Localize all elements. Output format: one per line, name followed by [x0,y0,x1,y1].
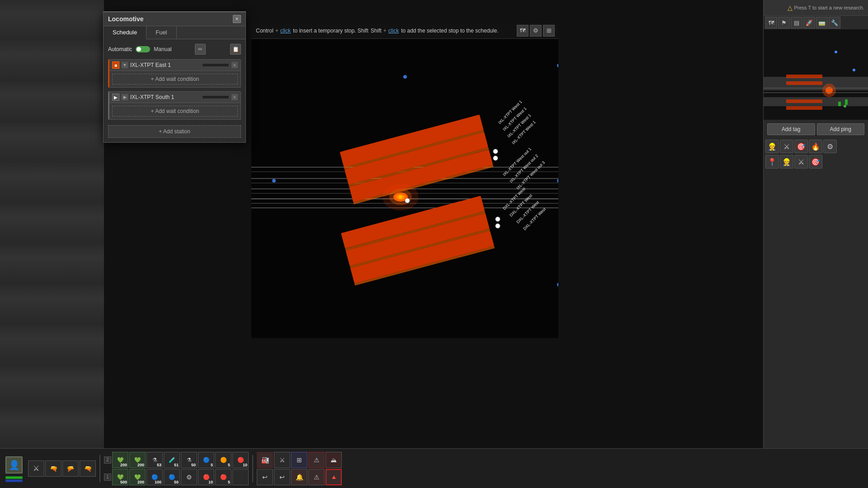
slot-2-5-count: 50 [191,463,196,467]
svg-point-37 [495,217,500,221]
hotbar-slot-2-7[interactable]: 🟠 5 [215,452,231,468]
action-slot-3[interactable]: ⊞ [291,452,307,468]
mode-toggle[interactable] [136,46,150,52]
hotbar-slot-2-8[interactable]: 🔴 10 [232,452,249,468]
svg-rect-62 [838,102,841,106]
map-controls: 🗺 ⚑ ▤ 🚀 🚃 🔧 [764,16,868,29]
character-portrait: 👤 [5,456,23,474]
right-panel: △ Press T to start a new research. 🗺 ⚑ ▤… [763,0,868,488]
minimap[interactable] [764,29,868,120]
rocket-icon[interactable]: 🚀 [803,17,815,28]
add-ping-button[interactable]: Add ping [817,123,865,135]
slot-2-4-count: 51 [174,463,179,467]
hotbar-slot-2-3[interactable]: ⚗ 53 [146,452,163,468]
add-station-button[interactable]: + Add station [108,125,241,138]
char-icon-5[interactable]: ⚙ [823,140,837,153]
hotbar-slot-1-2[interactable]: 💚 200 [129,469,146,485]
redo-slot[interactable]: ↩ [274,469,290,485]
slot-1-4-count: 50 [174,480,179,484]
train-icon[interactable]: 🚃 [816,17,828,28]
hotbar-actions: 🏭 ⚔ ⊞ ⚠ ⛰ ↩ ↩ 🔔 [257,452,342,485]
hotbar-slot-1-5[interactable]: ⚙ [181,469,197,485]
map-view-icon[interactable]: 🗺 [517,25,528,37]
hotbar-slot-1-6[interactable]: 🔴 10 [198,469,214,485]
combat-slot-melee[interactable]: ⚔ [28,460,44,477]
copy-schedule-button[interactable]: 📋 [230,44,241,55]
svg-point-56 [822,84,836,97]
svg-point-60 [853,69,855,71]
filter-icon[interactable]: ▤ [791,17,802,28]
char-icons-row-2: 📍 👷 ⚔ 🎯 [764,154,868,169]
hotbar-slot-1-7[interactable]: 🔴 5 [215,469,231,485]
slot-2-2-count: 200 [137,463,144,467]
alert-slot-2[interactable]: ⚠ [308,469,325,485]
add-tag-button[interactable]: Add tag [767,123,815,135]
map-icon[interactable]: 🗺 [765,17,777,28]
info-shift: Shift [371,28,382,34]
railroad-svg: IXL-XTPT West 1 IXL-XTPT West 1 IXL-XTPT… [251,23,558,338]
slot-1-1-count: 500 [120,480,127,484]
edit-schedule-button[interactable]: ✏ [195,44,206,55]
svg-rect-53 [786,99,822,103]
combat-slot-smg[interactable]: 🔫 [62,460,79,477]
char-icon-7[interactable]: ⚔ [794,155,808,169]
char-icon-4[interactable]: 🔥 [809,140,822,153]
station-1-name: IXL-XTPT East 1 [130,62,200,68]
tab-fuel[interactable]: Fuel [146,26,176,39]
hotbar-slot-1-3[interactable]: 🔵 100 [146,469,163,485]
wrench-icon[interactable]: 🔧 [829,17,840,28]
hotbar-slot-2-5[interactable]: ⚗ 50 [181,452,197,468]
hotbar-slot-1-1[interactable]: 💚 500 [112,469,128,485]
station-2-add-wait-button[interactable]: + Add wait condition [112,106,238,117]
hotbar-slot-2-4[interactable]: 🧪 51 [164,452,180,468]
svg-point-38 [495,224,500,228]
combat-slot-pistol[interactable]: 🔫 [45,460,61,477]
hotbar-slot-2-2[interactable]: 💚 200 [129,452,146,468]
char-icon-6[interactable]: 👷 [780,155,793,169]
alert-slot-3[interactable]: 🔺 [326,469,342,485]
flag-icon[interactable]: ⚑ [778,17,790,28]
char-icon-1[interactable]: 👷 [765,140,779,153]
minimap-content [764,29,868,120]
settings-view-icon[interactable]: ⚙ [530,25,542,37]
station-2-header: ▶ ▶ IXL-XTPT South 1 × [109,92,241,103]
svg-point-17 [493,156,498,160]
dialog-title-bar: Locomotive × [104,12,245,26]
hotbar-slot-2-6[interactable]: 🔵 5 [198,452,214,468]
action-slot-2[interactable]: ⚔ [274,452,290,468]
station-1-add-wait-button[interactable]: + Add wait condition [112,74,238,84]
action-slot-1[interactable]: 🏭 [257,452,273,468]
slot-2-3-count: 53 [157,463,161,467]
combat-slot-rifle[interactable]: 🔫 [80,460,96,477]
station-item-2: ▶ ▶ IXL-XTPT South 1 × + Add wait condit… [108,91,241,120]
station-2-expand-icon[interactable]: ▶ [122,94,128,100]
dialog-close-button[interactable]: × [233,15,241,23]
alert-slot-1[interactable]: 🔔 [291,469,307,485]
action-slot-4[interactable]: ⚠ [308,452,325,468]
char-icon-2[interactable]: ⚔ [780,140,793,153]
char-icon-loc[interactable]: 📍 [765,155,779,169]
hotbar-slot-1-8[interactable] [232,469,249,485]
undo-slot[interactable]: ↩ [257,469,273,485]
slot-2-6-count: 5 [211,463,213,467]
railroad-area[interactable]: IXL-XTPT West 1 IXL-XTPT West 1 IXL-XTPT… [251,23,558,338]
station-1-expand-icon[interactable]: ▼ [122,62,128,68]
hotbar-numbered-slots: 2 💚 200 💚 200 ⚗ 53 🧪 51 ⚗ 50 [104,452,249,485]
station-1-stop-icon[interactable]: ■ [112,61,119,69]
station-1-close-button[interactable]: × [231,62,238,68]
station-2-stop-icon[interactable]: ▶ [112,94,119,101]
hotbar-divider-2 [252,455,253,482]
hotbar-slot-1-4[interactable]: 🔵 50 [164,469,180,485]
station-1-progress [202,63,229,67]
station-2-close-button[interactable]: × [231,94,238,100]
char-icon-8[interactable]: 🎯 [809,155,822,169]
research-notification[interactable]: △ Press T to start a new research. [764,0,868,16]
char-icon-3[interactable]: 🎯 [794,140,808,153]
hotbar-slot-2-1[interactable]: 💚 200 [112,452,128,468]
grid-view-icon[interactable]: ⊞ [543,25,555,37]
tag-ping-buttons: Add tag Add ping [764,120,868,139]
action-slot-5[interactable]: ⛰ [326,452,342,468]
dialog-title: Locomotive [108,15,144,23]
station-2-progress [202,95,229,99]
tab-schedule[interactable]: Schedule [104,26,146,39]
